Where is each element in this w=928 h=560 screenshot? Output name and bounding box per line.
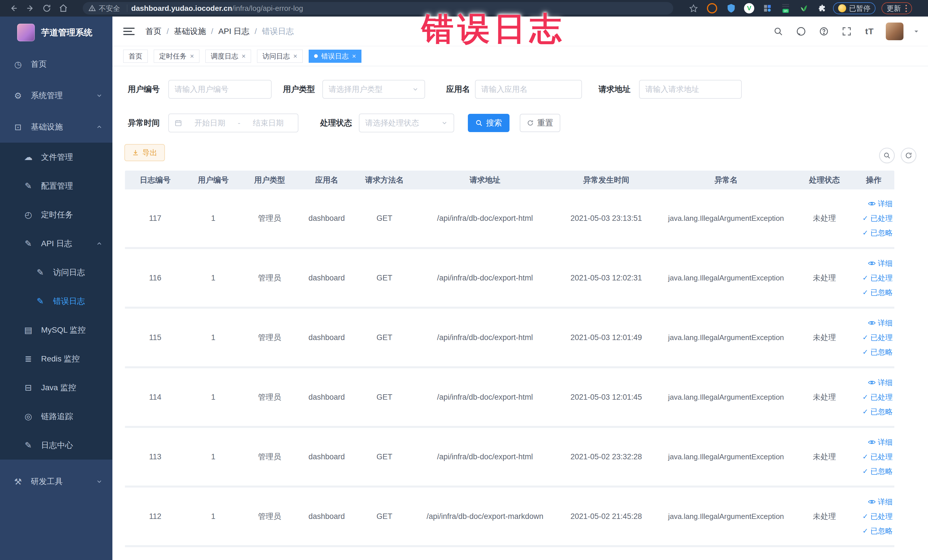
request-url-input-field[interactable] bbox=[645, 85, 736, 94]
mark-ignored-link[interactable]: ✓已忽略 bbox=[862, 407, 893, 417]
mark-ignored-link[interactable]: ✓已忽略 bbox=[862, 228, 893, 238]
bookmark-star-icon[interactable] bbox=[687, 2, 700, 15]
mark-processed-link[interactable]: ✓已处理 bbox=[862, 511, 893, 522]
help-icon[interactable] bbox=[817, 25, 830, 38]
extension-icon[interactable]: V bbox=[744, 3, 754, 14]
extension-icon[interactable] bbox=[726, 3, 736, 14]
search-button[interactable]: 搜索 bbox=[468, 114, 510, 132]
mark-ignored-link[interactable]: ✓已忽略 bbox=[862, 288, 893, 298]
log-icon: ✎ bbox=[35, 296, 46, 306]
user-id-input-field[interactable] bbox=[175, 85, 265, 94]
tag-schedule-log[interactable]: 调度日志× bbox=[205, 50, 251, 63]
detail-link[interactable]: 详细 bbox=[868, 318, 893, 328]
app-name-input-field[interactable] bbox=[481, 85, 576, 94]
mark-processed-link[interactable]: ✓已处理 bbox=[862, 273, 893, 283]
sidebar-item-file-management[interactable]: ☁ 文件管理 bbox=[0, 143, 112, 171]
sidebar-item-error-log[interactable]: ✎ 错误日志 bbox=[0, 287, 112, 316]
hide-search-button[interactable] bbox=[879, 148, 894, 163]
detail-link[interactable]: 详细 bbox=[868, 378, 893, 388]
app-name-input[interactable] bbox=[475, 80, 582, 99]
sidebar-item-trace[interactable]: ◎ 链路追踪 bbox=[0, 402, 112, 431]
sidebar-item-java-monitor[interactable]: ⊟ Java 监控 bbox=[0, 373, 112, 402]
tag-home[interactable]: 首页 bbox=[123, 50, 148, 63]
extension-icon[interactable]: on bbox=[780, 3, 791, 14]
mark-processed-link[interactable]: ✓已处理 bbox=[862, 452, 893, 462]
close-icon[interactable]: × bbox=[352, 52, 356, 60]
back-icon[interactable] bbox=[8, 2, 20, 15]
sidebar-item-log-center[interactable]: ✎ 日志中心 bbox=[0, 431, 112, 459]
user-type-select[interactable]: 请选择用户类型 bbox=[322, 80, 425, 99]
security-label: 不安全 bbox=[99, 4, 120, 13]
detail-link[interactable]: 详细 bbox=[868, 497, 893, 507]
log-icon: ✎ bbox=[35, 267, 46, 277]
mark-processed-link[interactable]: ✓已处理 bbox=[862, 333, 893, 343]
app-logo[interactable]: 芋道管理系统 bbox=[0, 17, 112, 49]
eye-icon bbox=[868, 201, 876, 206]
gear-icon: ⚙ bbox=[12, 91, 23, 101]
exception-time-range-picker[interactable]: 开始日期 - 结束日期 bbox=[168, 113, 298, 132]
tag-access-log[interactable]: 访问日志× bbox=[257, 50, 303, 63]
refresh-table-button[interactable] bbox=[901, 148, 916, 163]
kebab-menu-icon[interactable] bbox=[905, 5, 907, 12]
reset-button[interactable]: 重置 bbox=[520, 114, 560, 132]
search-icon[interactable] bbox=[772, 25, 785, 38]
user-id-input[interactable] bbox=[168, 80, 272, 99]
close-icon[interactable]: × bbox=[190, 52, 194, 60]
security-chip[interactable]: 不安全 bbox=[89, 4, 131, 13]
detail-link[interactable]: 详细 bbox=[868, 258, 893, 269]
close-icon[interactable]: × bbox=[293, 52, 297, 60]
mark-ignored-link[interactable]: ✓已忽略 bbox=[862, 526, 893, 536]
mark-ignored-link[interactable]: ✓已忽略 bbox=[862, 347, 893, 357]
sidebar-item-mysql-monitor[interactable]: ▤ MySQL 监控 bbox=[0, 316, 112, 344]
sidebar-item-config-management[interactable]: ✎ 配置管理 bbox=[0, 171, 112, 200]
detail-link[interactable]: 详细 bbox=[868, 437, 893, 447]
avatar-caret-icon[interactable] bbox=[913, 28, 919, 35]
close-icon[interactable]: × bbox=[242, 52, 246, 60]
detail-link[interactable]: 详细 bbox=[868, 199, 893, 209]
table-row: 117 1 管理员 dashboard GET /api/infra/db-do… bbox=[125, 189, 894, 249]
sidebar-toggle-icon[interactable] bbox=[123, 26, 135, 37]
font-size-icon[interactable]: tT bbox=[863, 25, 876, 38]
sidebar-item-access-log[interactable]: ✎ 访问日志 bbox=[0, 258, 112, 287]
breadcrumb-api-log[interactable]: API 日志 bbox=[218, 26, 250, 37]
github-icon[interactable] bbox=[795, 25, 807, 38]
extensions-puzzle-icon[interactable] bbox=[817, 3, 827, 14]
extension-icon[interactable] bbox=[762, 3, 772, 14]
process-status-select[interactable]: 请选择处理状态 bbox=[359, 113, 454, 132]
check-icon: ✓ bbox=[862, 453, 868, 461]
tag-view-bar: 首页 定时任务× 调度日志× 访问日志× 错误日志× bbox=[112, 46, 928, 66]
table-row: 115 1 管理员 dashboard GET /api/infra/db-do… bbox=[125, 309, 894, 368]
user-avatar[interactable] bbox=[886, 23, 904, 40]
forward-icon[interactable] bbox=[24, 2, 37, 15]
sidebar-item-infra[interactable]: ⊡ 基础设施 bbox=[0, 111, 112, 143]
profile-paused-button[interactable]: 已暂停 bbox=[833, 2, 876, 14]
sidebar-item-api-log[interactable]: ✎ API 日志 bbox=[0, 229, 112, 258]
reload-icon[interactable] bbox=[41, 2, 53, 15]
mark-processed-link[interactable]: ✓已处理 bbox=[862, 392, 893, 402]
sidebar-item-home[interactable]: ◷ 首页 bbox=[0, 49, 112, 80]
mark-processed-link[interactable]: ✓已处理 bbox=[862, 214, 893, 223]
fullscreen-icon[interactable] bbox=[840, 25, 853, 38]
sidebar-item-scheduled-tasks[interactable]: ◴ 定时任务 bbox=[0, 200, 112, 229]
col-user-type: 用户类型 bbox=[241, 175, 298, 185]
sidebar-submenu-infra: ☁ 文件管理 ✎ 配置管理 ◴ 定时任务 ✎ API 日志 ✎ bbox=[0, 143, 112, 459]
request-url-input[interactable] bbox=[639, 80, 742, 99]
extension-icon[interactable] bbox=[799, 3, 809, 14]
export-button[interactable]: 导出 bbox=[124, 144, 165, 161]
breadcrumb-home[interactable]: 首页 bbox=[145, 26, 162, 37]
row-actions: 详细 ✓已处理 ✓已忽略 bbox=[853, 437, 894, 476]
mark-ignored-link[interactable]: ✓已忽略 bbox=[862, 467, 893, 476]
sidebar-item-redis-monitor[interactable]: ≣ Redis 监控 bbox=[0, 344, 112, 373]
extension-icon[interactable] bbox=[707, 3, 717, 14]
status-badge: 未处理 bbox=[796, 452, 853, 462]
tag-error-log[interactable]: 错误日志× bbox=[309, 50, 362, 63]
tag-scheduled-tasks[interactable]: 定时任务× bbox=[154, 50, 199, 63]
home-icon[interactable] bbox=[57, 2, 70, 15]
check-icon: ✓ bbox=[862, 527, 868, 535]
sidebar-item-system[interactable]: ⚙ 系统管理 bbox=[0, 80, 112, 111]
sidebar-item-dev-tools[interactable]: ⚒ 研发工具 bbox=[0, 466, 112, 497]
browser-update-button[interactable]: 更新 bbox=[882, 2, 912, 14]
address-bar[interactable]: 不安全 dashboard.yudao.iocoder.cn/infra/log… bbox=[83, 2, 673, 15]
log-icon: ✎ bbox=[23, 238, 34, 249]
breadcrumb-infra[interactable]: 基础设施 bbox=[174, 26, 206, 37]
